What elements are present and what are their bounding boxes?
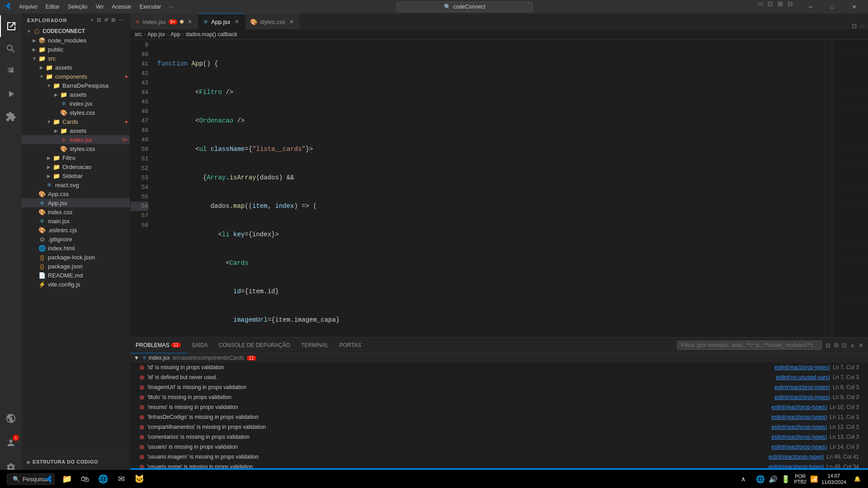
taskbar-vscode[interactable] [40, 470, 58, 488]
activity-run-debug[interactable] [0, 83, 22, 105]
taskbar-store[interactable]: 🛍 [76, 470, 94, 488]
tree-public[interactable]: ▶ 📁 public [22, 45, 130, 54]
notification-button[interactable]: 🔔 [850, 470, 864, 488]
activity-extensions[interactable] [0, 106, 22, 127]
filter-icon[interactable]: ⊟ [826, 342, 830, 349]
collapse-icon[interactable]: ⊟ [111, 17, 116, 23]
taskbar-search[interactable]: 🔍 Pesquisar [22, 470, 40, 488]
problem-item-8[interactable]: ⊗ 'usuario' is missing in props validati… [130, 442, 868, 452]
tree-eslintrc[interactable]: ▶ 🎨 .eslintrc.cjs [22, 225, 130, 235]
split-editor-icon[interactable]: ⊡ [852, 23, 857, 29]
tree-app-jsx[interactable]: ▶ ⚛ App.jsx [22, 198, 130, 207]
clear-icon[interactable]: ⊡ [842, 342, 847, 349]
tab-debug-console[interactable]: CONSOLE DE DEPURAÇÃO [213, 338, 296, 353]
tree-pkg-json[interactable]: ▶ {} package.json [22, 262, 130, 271]
problem-source[interactable]: eslint(react/prop-types) [769, 454, 824, 460]
activity-explorer[interactable] [0, 15, 22, 37]
tree-index-html[interactable]: ▶ 🌐 index.html [22, 244, 130, 253]
menu-arquivo[interactable]: Arquivo [15, 2, 41, 12]
problem-item-1[interactable]: ⊗ 'id' is defined but never used. eslint… [130, 372, 868, 382]
problem-source[interactable]: eslint(react/prop-types) [774, 364, 830, 371]
tree-pkg-lock[interactable]: ▶ {} package-lock.json [22, 253, 130, 262]
activity-source-control[interactable] [0, 61, 22, 82]
tab-styles-css[interactable]: 🎨 styles.css ✕ [245, 14, 300, 29]
tree-sidebar-folder[interactable]: ▶ 📁 Sidebar [22, 171, 130, 180]
tree-react-svg[interactable]: ▶ ⚛ react.svg [22, 180, 130, 189]
tree-vite-config[interactable]: ▶ ⚡ vite.config.js [22, 280, 130, 289]
close-button[interactable]: ✕ [844, 0, 864, 14]
menu-acessar[interactable]: Acessar [108, 2, 135, 12]
copy-icon[interactable]: ⧉ [834, 342, 838, 349]
more-tabs-icon[interactable]: ··· [859, 23, 864, 29]
tree-barra-index[interactable]: ▶ ⚛ index.jsx [22, 99, 130, 108]
collapse-panel-icon[interactable]: ∧ [850, 342, 855, 349]
tree-filtro[interactable]: ▶ 📁 Filtro [22, 153, 130, 162]
sidebar-actions[interactable]: + ⊡ ↺ ⊟ ··· [91, 17, 124, 23]
more-actions-icon[interactable]: ··· [119, 17, 124, 23]
menu-ver[interactable]: Ver [92, 2, 107, 12]
close-tab-index[interactable]: ✕ [186, 18, 193, 25]
tree-ordenacao[interactable]: ▶ 📁 Ordenacao [22, 162, 130, 171]
menu-more[interactable]: ··· [165, 2, 177, 12]
tree-app-css[interactable]: ▶ 🎨 App.css [22, 189, 130, 198]
tree-barra-assets[interactable]: ▶ 📁 assets [22, 90, 130, 99]
problem-item-5[interactable]: ⊗ 'linhasDeCodigo' is missing in props v… [130, 412, 868, 422]
maximize-button[interactable]: □ [822, 0, 843, 14]
problem-source[interactable]: eslint(react/prop-types) [772, 444, 827, 450]
tree-gitignore[interactable]: ▶ ⊙ .gitignore [22, 235, 130, 244]
tree-barradepesquisa[interactable]: ▼ 📁 BarraDePesquisa [22, 81, 130, 90]
activity-remote[interactable] [0, 408, 22, 429]
tree-index-css[interactable]: ▶ 🎨 index.css [22, 207, 130, 216]
problem-item-2[interactable]: ⊗ 'imagemUrl' is missing in props valida… [130, 382, 868, 392]
tray-up-arrow[interactable]: ∧ [734, 470, 752, 488]
new-file-icon[interactable]: + [91, 17, 94, 23]
close-tab-styles[interactable]: ✕ [288, 18, 295, 25]
problem-item-6[interactable]: ⊗ 'compartilhamentos' is missing in prop… [130, 422, 868, 432]
tree-src[interactable]: ▼ 📁 src [22, 54, 130, 63]
problem-source[interactable]: eslint(react/prop-types) [769, 464, 824, 468]
code-content[interactable]: function App() { <Filtro /> <Ordenacao /… [153, 39, 868, 337]
taskbar-app1[interactable]: 🐱 [130, 470, 148, 488]
tab-output[interactable]: SAÍDA [186, 338, 213, 353]
problem-source[interactable]: eslint(no-unused-vars) [776, 374, 830, 380]
problem-item-10[interactable]: ⊗ 'usuario.nome' is missing in props val… [130, 462, 868, 468]
tree-assets[interactable]: ▶ 📁 assets [22, 63, 130, 72]
close-panel-icon[interactable]: ✕ [859, 342, 863, 349]
tree-node-modules[interactable]: ▶ 📦 node_modules [22, 36, 130, 45]
problem-source[interactable]: eslint(react/prop-types) [772, 404, 827, 410]
tree-cards-styles[interactable]: ▶ 🎨 styles.css [22, 144, 130, 153]
code-editor[interactable]: 9 40 41 42 43 44 45 46 47 48 49 50 51 52… [130, 39, 868, 337]
problem-item-3[interactable]: ⊗ 'titulo' is missing in props validatio… [130, 392, 868, 402]
filter-input[interactable] [677, 341, 822, 350]
problem-source[interactable]: eslint(react/prop-types) [772, 434, 827, 440]
tree-barra-styles[interactable]: ▶ 🎨 styles.css [22, 108, 130, 117]
taskbar-files[interactable]: 📁 [58, 470, 76, 488]
menu-editar[interactable]: Editar [42, 2, 63, 12]
problem-source[interactable]: eslint(react/prop-types) [774, 384, 830, 390]
problem-source[interactable]: eslint(react/prop-types) [772, 414, 827, 420]
new-folder-icon[interactable]: ⊡ [97, 17, 101, 23]
tree-cards-index[interactable]: ▶ ⚛ index.jsx 9+ [22, 135, 130, 144]
problem-source[interactable]: eslint(react/prop-types) [774, 394, 830, 400]
taskbar-mail[interactable]: ✉ [112, 470, 130, 488]
tree-cards[interactable]: ▼ 📁 Cards ● [22, 117, 130, 126]
tray-lang[interactable]: POR PTB2 [794, 474, 807, 484]
tab-app-jsx[interactable]: ⚛ App.jsx ✕ [198, 14, 245, 29]
tab-ports[interactable]: PORTAS [334, 338, 367, 353]
tab-index-jsx[interactable]: ⚛ index.jsx 9+ ✕ [130, 14, 198, 29]
tree-root[interactable]: ▼ ⬡ CODECONNECT [22, 27, 130, 36]
problem-item-4[interactable]: ⊗ 'resumo' is missing in props validatio… [130, 402, 868, 412]
taskbar-browser[interactable]: 🌐 [94, 470, 112, 488]
global-search[interactable]: 🔍 codeConnect [397, 2, 533, 12]
minimize-button[interactable]: ─ [800, 0, 821, 14]
tree-readme[interactable]: ▶ 📄 README.md [22, 271, 130, 280]
refresh-icon[interactable]: ↺ [104, 17, 108, 23]
problem-group-header[interactable]: ▼ ⚛ index.jsx src\assets\components\Card… [130, 353, 868, 362]
tree-components[interactable]: ▼ 📁 components ● [22, 72, 130, 81]
problem-source[interactable]: eslint(react/prop-types) [772, 424, 827, 430]
tree-main-jsx[interactable]: ▶ ⚛ main.jsx [22, 216, 130, 225]
problem-item-0[interactable]: ⊗ 'id' is missing in props validation es… [130, 362, 868, 372]
code-structure-section[interactable]: ▶ ESTRUTURA DO CÓDIGO [22, 456, 130, 467]
menu-selecao[interactable]: Seleção [64, 2, 91, 12]
activity-search[interactable] [0, 38, 22, 60]
